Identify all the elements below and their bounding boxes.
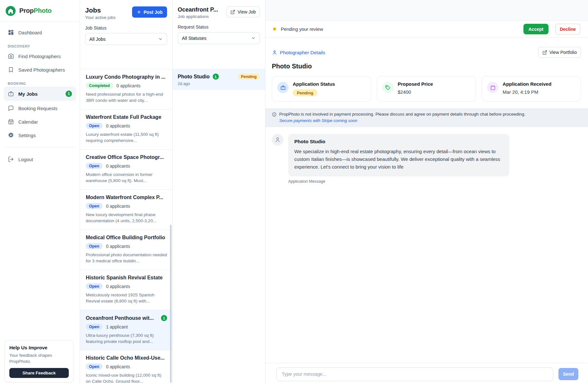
job-list-item[interactable]: Modern Waterfront Complex P... Open 0 ap…: [80, 190, 172, 230]
jobs-title: Jobs: [85, 6, 116, 14]
view-portfolio-label: View Portfolio: [549, 50, 577, 55]
message-text: We specialize in high-end real estate ph…: [294, 148, 502, 171]
pending-status-dot: [273, 28, 276, 31]
sidebar-section-booking: BOOKING: [0, 82, 80, 85]
share-feedback-button[interactable]: Share Feedback: [9, 368, 69, 378]
photographer-name: Photo Studio: [272, 63, 581, 70]
camera-icon: [8, 53, 14, 59]
sidebar-item-dashboard[interactable]: Dashboard: [0, 26, 80, 39]
gear-icon: [8, 132, 14, 138]
application-received-value: Mar 20, 4:19 PM: [503, 89, 551, 95]
accept-button[interactable]: Accept: [523, 24, 549, 34]
job-status-badge: Open: [86, 163, 102, 169]
job-status-badge: Open: [86, 283, 102, 289]
sidebar-nav: Dashboard DISCOVERY Find Photographers S…: [0, 22, 80, 166]
sidebar-item-label: Logout: [18, 157, 33, 162]
job-title: Historic Calle Ocho Mixed-Use...: [86, 355, 165, 361]
job-applicants-count: 0 applicants: [106, 123, 130, 128]
stripe-link[interactable]: Secure payments with Stripe coming soon: [279, 118, 357, 123]
job-list-item[interactable]: Waterfront Estate Full Package Open 0 ap…: [80, 109, 172, 150]
job-applicants-count: 0 applicants: [106, 204, 130, 209]
job-title: Creative Office Space Photogr...: [86, 154, 164, 160]
sidebar-divider: [5, 147, 75, 147]
sidebar-section-discovery: DISCOVERY: [0, 44, 80, 48]
sidebar-item-my-jobs[interactable]: My Jobs 1: [4, 87, 76, 101]
job-applicants-count: 0 applicants: [106, 284, 130, 289]
sidebar-item-label: Dashboard: [18, 30, 42, 35]
job-list-item[interactable]: Oceanfront Penthouse wit... 1 Open 1 app…: [80, 310, 172, 350]
applications-panel: Oceanfront P... Job applications View Jo…: [173, 0, 265, 385]
send-button[interactable]: Send: [558, 368, 578, 380]
briefcase-icon: [8, 91, 14, 97]
application-detail-content: Photographer Details View Portfolio Phot…: [265, 38, 588, 363]
message-caption: Application Message: [288, 179, 581, 184]
bookmark-icon: [8, 66, 14, 73]
application-time: 2d ago: [178, 82, 260, 86]
job-applicants-count: 0 applicants: [106, 364, 130, 369]
job-status-badge: Open: [86, 203, 102, 209]
sidebar: PropPhoto Dashboard DISCOVERY Find Photo…: [0, 0, 80, 385]
sidebar-item-label: Settings: [18, 133, 36, 138]
job-status-filter-label: Job Status: [85, 25, 167, 31]
job-status-select[interactable]: All Jobs: [85, 33, 167, 45]
person-icon: [272, 50, 277, 55]
applications-title: Oceanfront P...: [178, 6, 218, 13]
job-description: Luxury waterfront estate (11,500 sq ft) …: [86, 131, 167, 144]
chevron-down-icon: [158, 37, 163, 41]
sidebar-item-label: Booking Requests: [18, 106, 58, 111]
job-description: Meticulously restored 1925 Spanish Reviv…: [86, 292, 167, 304]
photographer-details-link[interactable]: Photographer Details: [272, 50, 325, 55]
applications-subtitle: Job applications: [178, 14, 218, 19]
chevron-down-icon: [251, 36, 256, 40]
sidebar-item-settings[interactable]: Settings: [0, 128, 80, 142]
post-job-label: Post Job: [144, 10, 163, 15]
decline-button[interactable]: Decline: [555, 24, 580, 34]
propphoto-logo-icon: [5, 5, 16, 16]
job-list-item[interactable]: Luxury Condo Photography in ... Complete…: [80, 69, 172, 109]
calendar-icon: [8, 118, 14, 125]
job-title: Waterfront Estate Full Package: [86, 114, 161, 120]
job-list-item[interactable]: Historic Spanish Revival Estate Open 0 a…: [80, 270, 172, 310]
view-portfolio-button[interactable]: View Portfolio: [538, 47, 581, 58]
stat-label: Proposed Price: [398, 81, 433, 87]
job-title: Luxury Condo Photography in ...: [86, 74, 165, 80]
application-list-item[interactable]: Photo Studio 1 Pending 2d ago: [173, 69, 265, 90]
job-list-item[interactable]: Creative Office Space Photogr... Open 0 …: [80, 150, 172, 190]
payment-notice-banner: PropPhoto is not involved in payment pro…: [265, 108, 588, 127]
sidebar-item-calendar[interactable]: Calendar: [0, 115, 80, 128]
feedback-text: Your feedback shapes PropPhoto.: [9, 352, 69, 364]
jobs-panel: Jobs Your active jobs Post Job Job Statu…: [80, 0, 173, 385]
person-icon: [274, 136, 281, 143]
sidebar-item-booking-requests[interactable]: Booking Requests: [0, 101, 80, 115]
sidebar-item-find-photographers[interactable]: Find Photographers: [0, 49, 80, 63]
calendar-icon: [487, 82, 498, 93]
job-status-badge: Open: [86, 123, 102, 129]
job-list-item[interactable]: Historic Calle Ocho Mixed-Use... Open 0 …: [80, 350, 172, 385]
jobs-subtitle: Your active jobs: [85, 15, 116, 20]
stat-label: Application Status: [293, 81, 335, 87]
job-status-badge: Completed: [86, 83, 113, 89]
job-description: New luxury development final phase docum…: [86, 212, 167, 224]
briefcase-icon: [277, 82, 289, 93]
message-input[interactable]: [276, 367, 553, 381]
payment-notice-text: PropPhoto is not involved in payment pro…: [279, 112, 525, 117]
application-stat-cards: Application Status Pending Proposed Pric…: [272, 76, 581, 101]
application-received-card: Application Received Mar 20, 4:19 PM: [482, 76, 581, 101]
job-title: Historic Spanish Revival Estate: [86, 275, 163, 281]
job-description: Need professional photos for a high-end …: [86, 91, 167, 103]
chat-bubble-icon: [8, 105, 14, 111]
job-list-item[interactable]: Medical Office Building Portfolio Open 0…: [80, 230, 172, 270]
request-status-select[interactable]: All Statuses: [178, 32, 260, 44]
sidebar-item-saved-photographers[interactable]: Saved Photographers: [0, 63, 80, 76]
view-job-button[interactable]: View Job: [226, 6, 260, 17]
job-title: Oceanfront Penthouse wit...: [86, 315, 154, 321]
job-applicants-count: 1 applicant: [106, 324, 128, 329]
jobs-scrollbar[interactable]: [170, 225, 172, 383]
sidebar-item-label: Find Photographers: [18, 54, 61, 59]
post-job-button[interactable]: Post Job: [132, 6, 167, 18]
application-status-card: Application Status Pending: [272, 76, 371, 101]
job-applicant-badge: 1: [161, 315, 167, 321]
sidebar-item-logout[interactable]: Logout: [0, 153, 80, 166]
plus-icon: [137, 10, 141, 14]
applications-panel-header: Oceanfront P... Job applications View Jo…: [173, 0, 265, 69]
